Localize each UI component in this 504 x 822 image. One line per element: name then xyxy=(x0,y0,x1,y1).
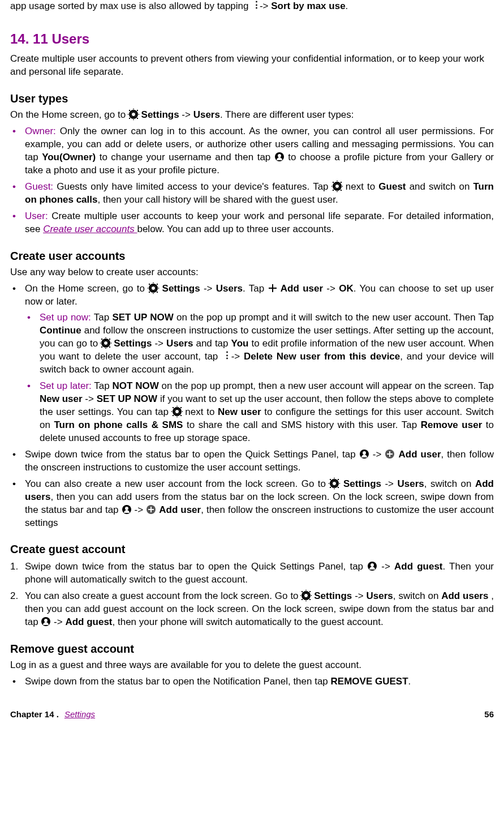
plus-circle-icon xyxy=(385,449,394,459)
plus-circle-icon xyxy=(147,505,156,514)
footer-link-settings[interactable]: Settings xyxy=(64,709,95,719)
user-type-user: User: Create multiple user accounts to k… xyxy=(10,210,494,236)
user-type-owner: Owner: Only the owner can log in to this… xyxy=(10,125,494,177)
user-icon xyxy=(360,449,369,459)
footer-page-number: 56 xyxy=(484,709,494,720)
user-icon xyxy=(41,617,50,626)
plus-icon xyxy=(269,284,277,292)
user-types-lead: On the Home screen, go to Settings -> Us… xyxy=(10,109,494,122)
subheading-create-user: Create user accounts xyxy=(10,249,494,264)
setup-sublist: Set up now: Tap SET UP NOW on the pop up… xyxy=(25,311,494,444)
create-guest-step-2: 2. You can also create a guest account f… xyxy=(10,590,494,629)
remove-guest-method-1: Swipe down from the status bar to open t… xyxy=(10,675,494,688)
page-footer: Chapter 14 .Settings 56 xyxy=(10,709,494,720)
user-type-guest: Guest: Guests only have limited access t… xyxy=(10,181,494,207)
user-icon xyxy=(122,505,131,514)
setup-later: Set up later: Tap NOT NOW on the pop up … xyxy=(25,380,494,445)
settings-icon xyxy=(149,284,158,293)
link-create-user-accounts[interactable]: Create user accounts xyxy=(43,224,137,234)
create-user-method-1: On the Home screen, go to Settings -> Us… xyxy=(10,282,494,445)
previous-page-fragment: app usage sorted by max use is also allo… xyxy=(10,0,494,13)
subheading-user-types: User types xyxy=(10,91,494,106)
section-intro: Create multiple user accounts to prevent… xyxy=(10,53,494,79)
create-user-list: On the Home screen, go to Settings -> Us… xyxy=(10,282,494,530)
settings-icon xyxy=(330,479,339,488)
create-guest-list: 1. Swipe down twice from the status bar … xyxy=(10,560,494,629)
footer-chapter: Chapter 14 . xyxy=(10,709,59,719)
remove-guest-list: Swipe down from the status bar to open t… xyxy=(10,675,494,688)
more-icon xyxy=(222,352,227,361)
subheading-create-guest: Create guest account xyxy=(10,542,494,557)
setup-now: Set up now: Tap SET UP NOW on the pop up… xyxy=(25,311,494,376)
section-heading-users: 14. 11 Users xyxy=(10,30,494,48)
create-user-method-2: Swipe down twice from the status bar to … xyxy=(10,448,494,474)
user-icon xyxy=(275,152,284,161)
settings-icon xyxy=(101,339,110,348)
create-guest-step-1: 1. Swipe down twice from the status bar … xyxy=(10,560,494,586)
settings-icon xyxy=(333,182,342,191)
settings-icon xyxy=(173,407,182,416)
create-user-method-3: You can also create a new user account f… xyxy=(10,478,494,530)
settings-icon xyxy=(129,110,138,119)
more-icon xyxy=(252,1,256,10)
remove-guest-lead: Log in as a guest and three ways are ava… xyxy=(10,659,494,672)
subheading-remove-guest: Remove guest account xyxy=(10,641,494,657)
user-types-list: Owner: Only the owner can log in to this… xyxy=(10,125,494,236)
settings-icon xyxy=(301,591,311,600)
user-icon xyxy=(368,562,377,571)
create-user-lead: Use any way below to create user account… xyxy=(10,266,494,279)
